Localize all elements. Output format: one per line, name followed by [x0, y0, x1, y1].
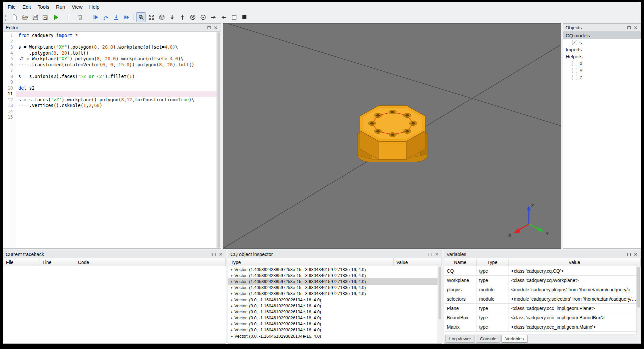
tree-item-helpers[interactable]: Helpers: [563, 53, 641, 60]
front-view-button[interactable]: [188, 12, 197, 22]
expand-arrow-icon[interactable]: ▸: [229, 280, 234, 283]
iso-view-button[interactable]: [157, 12, 166, 22]
viewport-3d[interactable]: X Y Z: [223, 24, 561, 248]
tree-item-x[interactable]: X: [563, 60, 641, 67]
objects-tree[interactable]: CQ models✓sImportsHelpersXYZ: [563, 32, 641, 248]
open-button[interactable]: [20, 12, 30, 22]
variable-row-matrix[interactable]: Matrixtype<class 'cadquery.occ_impl.geom…: [444, 322, 641, 332]
render-button[interactable]: [51, 12, 61, 22]
inspector-row[interactable]: ▸Vector: (1.4053924288597253e-15, -3.680…: [228, 266, 442, 272]
column-header-code[interactable]: Code: [75, 258, 226, 266]
viewer-3d[interactable]: X Y Z: [223, 23, 561, 249]
column-header-line[interactable]: Line: [40, 258, 75, 266]
fit-all-button[interactable]: [147, 12, 156, 22]
inspector-row[interactable]: ▸Vector: (1.4053924288597253e-15, -3.680…: [228, 278, 442, 284]
menu-help[interactable]: Help: [86, 3, 103, 11]
step-button[interactable]: [101, 12, 111, 22]
tab-log-viewer[interactable]: Log viewer: [445, 335, 475, 343]
save-button[interactable]: [30, 12, 40, 22]
expand-arrow-icon[interactable]: ▸: [229, 334, 234, 338]
top-view-button[interactable]: [167, 12, 177, 22]
fit-button[interactable]: [136, 12, 146, 22]
checkbox-y[interactable]: [572, 68, 577, 73]
float-panel-icon[interactable]: [626, 25, 632, 30]
code-line-3[interactable]: s = Workplane("XY").polygon(8, 20.0).wor…: [18, 44, 221, 50]
code-line-1[interactable]: from cadquery import *: [18, 33, 221, 39]
column-header-value[interactable]: Value: [508, 258, 641, 266]
traceback-body[interactable]: [3, 266, 226, 343]
checkbox-z[interactable]: [572, 75, 577, 80]
code-line-4[interactable]: ····.polygon(8, 20).loft(): [18, 50, 221, 56]
close-panel-icon[interactable]: [218, 252, 223, 257]
code-line-6[interactable]: ····.transformed(rotate=Vector(0, 0, 15.…: [18, 62, 221, 68]
editor-scrollbar[interactable]: [216, 32, 221, 248]
inspector-row[interactable]: ▸Vector: (0.0, -1.1604610293826104e-16, …: [228, 333, 442, 339]
expand-arrow-icon[interactable]: ▸: [229, 322, 234, 326]
inspector-row[interactable]: ▸Vector: (0.0, -1.1604610293826104e-16, …: [228, 327, 442, 333]
tree-item-cq-models[interactable]: CQ models: [563, 32, 641, 39]
inspector-row[interactable]: ▸Vector: (0.0, -1.1604610293826104e-16, …: [228, 321, 442, 327]
tree-item-z[interactable]: Z: [563, 74, 641, 81]
code-line-12[interactable]: s = s.faces('>Z').workplane().polygon(8,…: [18, 97, 221, 103]
right-view-button[interactable]: [219, 12, 228, 22]
expand-arrow-icon[interactable]: ▸: [229, 292, 234, 295]
inspector-row[interactable]: ▸Vector: (1.4053924288597253e-15, -3.680…: [228, 285, 442, 291]
code-line-7[interactable]: [18, 68, 221, 74]
close-panel-icon[interactable]: [633, 252, 638, 257]
expand-arrow-icon[interactable]: ▸: [229, 286, 234, 289]
variable-row-plane[interactable]: Planetype<class 'cadquery.occ_impl.geom.…: [444, 304, 641, 313]
code-area[interactable]: from cadquery import *s = Workplane("XY"…: [16, 33, 221, 248]
expand-arrow-icon[interactable]: ▸: [229, 328, 234, 332]
expand-arrow-icon[interactable]: ▸: [229, 298, 234, 302]
debug-button[interactable]: [91, 12, 100, 22]
inspector-row[interactable]: ▸Vector: (0.0, -1.1604610293826104e-16, …: [228, 309, 442, 315]
inspector-row[interactable]: ▸Vector: (0.0, -1.1604610293826104e-16, …: [228, 303, 442, 309]
inspector-row[interactable]: ▸Vector: (1.4053924288597253e-15, -3.680…: [228, 272, 442, 278]
code-line-13[interactable]: ····.vertices().cskHole(1,2,60): [18, 103, 221, 109]
variable-row-selectors[interactable]: selectorsmodule<module 'cadquery.selecto…: [444, 294, 641, 304]
column-header-type[interactable]: Type: [228, 258, 394, 266]
tab-console[interactable]: Console: [476, 335, 500, 343]
expand-arrow-icon[interactable]: ▸: [229, 268, 234, 271]
menu-edit[interactable]: Edit: [19, 3, 34, 11]
inspector-scrollbar[interactable]: [438, 266, 442, 343]
code-line-10[interactable]: del s2: [18, 85, 221, 91]
column-header-value[interactable]: Value: [394, 258, 442, 266]
continue-button[interactable]: [122, 12, 131, 22]
expand-arrow-icon[interactable]: ▸: [229, 310, 234, 314]
menu-run[interactable]: Run: [53, 3, 69, 11]
menu-tools[interactable]: Tools: [34, 3, 53, 11]
inspector-row[interactable]: ▸Vector: (0.0, -1.1604610293826104e-16, …: [228, 297, 442, 303]
column-header-type[interactable]: Type: [477, 258, 508, 266]
code-line-8[interactable]: s = s.union(s2).faces('>Z or <Z').fillet…: [18, 74, 221, 80]
menu-view[interactable]: View: [69, 3, 86, 11]
back-view-button[interactable]: [198, 12, 208, 22]
delete-button[interactable]: [75, 12, 85, 22]
shaded-button[interactable]: [239, 12, 249, 22]
bottom-view-button[interactable]: [177, 12, 187, 22]
code-line-9[interactable]: [18, 79, 221, 85]
step-in-button[interactable]: [111, 12, 121, 22]
new-file-button[interactable]: [10, 12, 19, 22]
float-panel-icon[interactable]: [211, 252, 217, 257]
inspector-row[interactable]: ▸Vector: (0.0, -1.1604610293826104e-16, …: [228, 315, 442, 321]
tree-item-y[interactable]: Y: [563, 67, 641, 74]
code-line-11[interactable]: [16, 91, 221, 97]
tree-item-imports[interactable]: Imports: [563, 46, 641, 53]
code-editor[interactable]: 123456789101112131415 from cadquery impo…: [3, 32, 221, 248]
float-panel-icon[interactable]: [206, 25, 212, 30]
variables-scrollbar[interactable]: [636, 266, 641, 334]
column-header-name[interactable]: Name: [444, 258, 477, 266]
float-panel-icon[interactable]: [427, 252, 433, 257]
inspector-rows[interactable]: ▸Vector: (1.4053924288597253e-15, -3.680…: [228, 266, 442, 343]
variable-row-boundbox[interactable]: BoundBoxtype<class 'cadquery.occ_impl.ge…: [444, 313, 641, 322]
checkbox-x[interactable]: [572, 61, 577, 66]
close-panel-icon[interactable]: [633, 25, 638, 30]
toolbar-handle[interactable]: [5, 14, 8, 21]
float-panel-icon[interactable]: [626, 252, 632, 257]
variable-row-workplane[interactable]: Workplanetype<class 'cadquery.cq.Workpla…: [444, 276, 641, 285]
code-line-2[interactable]: [18, 39, 221, 45]
code-line-15[interactable]: [18, 114, 221, 120]
model-s[interactable]: [357, 105, 428, 162]
expand-arrow-icon[interactable]: ▸: [229, 274, 234, 277]
